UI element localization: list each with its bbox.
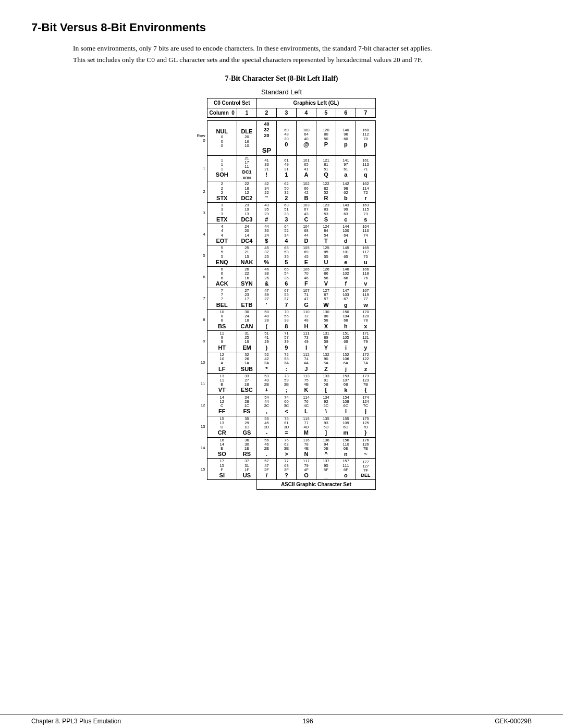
cell-1-2: 413321! [256, 155, 276, 181]
cell-6-2: 463826& [256, 267, 276, 288]
row-4-label: 4 [187, 224, 207, 245]
row-6-label: 6 [187, 267, 207, 288]
cell-3-0: 333ETX [207, 203, 237, 224]
cell-10-2: 52422A* [256, 352, 276, 373]
cell-6-6: 14610266f [336, 267, 356, 288]
cell-10-6: 1521066Aj [336, 352, 356, 373]
cell-4-0: 444EOT [207, 224, 237, 245]
row-9-label: 9 [187, 330, 207, 352]
cell-13-4: 115774DM [296, 416, 316, 437]
row-5-label: 5 [187, 245, 207, 267]
cell-3-3: 6351333 [276, 203, 296, 224]
cell-6-5: 1268656V [316, 267, 336, 288]
cell-8-2: 504028( [256, 309, 276, 330]
cell-4-5: 1248454T [316, 224, 336, 245]
cell-5-6: 14510165e [336, 245, 356, 267]
cell-1-7: 16111371q [356, 155, 375, 181]
cell-3-7: 16311573s [356, 203, 375, 224]
cell-5-3: 6553355 [276, 245, 296, 267]
cell-4-2: 443624$ [256, 224, 276, 245]
cell-12-0: 1412CFF [207, 394, 237, 416]
character-table: C0 Control Set Graphics Left (GL) Column… [187, 98, 376, 490]
page-title: 7-Bit Versus 8-Bit Environments [31, 21, 532, 34]
cell-6-3: 6654366 [276, 267, 296, 288]
ascii-footer: ASCII Graphic Character Set [256, 480, 375, 490]
col-0-header: Column 0 [207, 108, 237, 118]
cell-10-1: 32261ASUB [237, 352, 256, 373]
footer-left: Chapter 8. PPL3 Plus Emulation [31, 718, 121, 725]
cell-12-5: 134925C\ [316, 394, 336, 416]
cell-9-2: 514129) [256, 330, 276, 352]
col-1-header: 1 [237, 108, 256, 118]
row-2-label: 2 [187, 181, 207, 203]
cell-2-0: 222STX [207, 181, 237, 203]
col-4-header: 4 [296, 108, 316, 118]
cell-0-3: 6048300 [276, 121, 296, 156]
cell-8-1: 302418CAN [237, 309, 256, 330]
cell-7-4: 1077147G [296, 288, 316, 309]
cell-15-7: 1771277FDEL [356, 459, 375, 480]
cell-13-2: 55452D- [256, 416, 276, 437]
cell-2-7: 16211472r [356, 181, 375, 203]
cell-10-4: 112744AJ [296, 352, 316, 373]
row-15-label: 15 [187, 459, 207, 480]
row-7-label: 7 [187, 288, 207, 309]
cell-2-3: 6250322 [276, 181, 296, 203]
cell-7-7: 16711977w [356, 288, 375, 309]
c0-header: C0 Control Set [207, 98, 256, 108]
cell-9-1: 312519EM [237, 330, 256, 352]
cell-12-3: 74603C< [276, 394, 296, 416]
cell-12-2: 54442C, [256, 394, 276, 416]
cell-11-2: 53432B+ [256, 373, 276, 394]
cell-14-4: 116784EN [296, 437, 316, 459]
cell-10-7: 1721227Az [356, 352, 375, 373]
col-2-header: 2 [256, 108, 276, 118]
cell-15-4: 117794FO [296, 459, 316, 480]
cell-1-3: 6149311 [276, 155, 296, 181]
cell-2-5: 1228252R [316, 181, 336, 203]
cell-10-5: 132905AZ [316, 352, 336, 373]
col-3-header: 3 [276, 108, 296, 118]
cell-2-2: 423422" [256, 181, 276, 203]
cell-13-1: 35291DGS [237, 416, 256, 437]
cell-4-1: 242014DC4 [237, 224, 256, 245]
cell-15-5: 137955F_ [316, 459, 336, 480]
cell-8-5: 1308858X [316, 309, 336, 330]
cell-9-5: 1318959Y [316, 330, 336, 352]
cell-0-5: 1208050P [316, 121, 336, 156]
row-8-label: 8 [187, 309, 207, 330]
cell-8-0: 1088BS [207, 309, 237, 330]
cell-5-0: 555ENQ [207, 245, 237, 267]
cell-14-7: 1761267E~ [356, 437, 375, 459]
cell-0-7: 16011270p [356, 121, 375, 156]
cell-5-4: 1056945E [296, 245, 316, 267]
cell-12-7: 1741247C| [356, 394, 375, 416]
cell-8-6: 15010468h [336, 309, 356, 330]
col-6-header: 6 [336, 108, 356, 118]
cell-14-5: 136945E^ [316, 437, 336, 459]
standard-left-label: Standard Left [261, 88, 302, 96]
cell-5-1: 252115NAK [237, 245, 256, 267]
cell-14-6: 1561106En [336, 437, 356, 459]
cell-6-0: 666ACK [207, 267, 237, 288]
cell-1-6: 1419761a [336, 155, 356, 181]
footer-right: GEK-00029B [495, 718, 532, 725]
row-0-label: Row0 [187, 121, 207, 156]
cell-13-5: 135935D] [316, 416, 336, 437]
cell-1-1: 211711DC1XON [237, 155, 256, 181]
cell-13-3: 75613D= [276, 416, 296, 437]
cell-0-0: NUL000 [207, 121, 237, 156]
cell-14-3: 76623E> [276, 437, 296, 459]
cell-8-3: 7056388 [276, 309, 296, 330]
cell-13-7: 1751257D} [356, 416, 375, 437]
page-footer: Chapter 8. PPL3 Plus Emulation 196 GEK-0… [0, 714, 563, 728]
cell-11-0: 1311BVT [207, 373, 237, 394]
footer-center: 196 [303, 718, 313, 725]
cell-11-4: 113754BK [296, 373, 316, 394]
cell-9-0: 1199HT [207, 330, 237, 352]
cell-3-4: 1036743C [296, 203, 316, 224]
cell-11-6: 1531076Bk [336, 373, 356, 394]
cell-11-3: 73593B; [276, 373, 296, 394]
cell-14-1: 36301ERS [237, 437, 256, 459]
cell-15-0: 1715FSI [207, 459, 237, 480]
